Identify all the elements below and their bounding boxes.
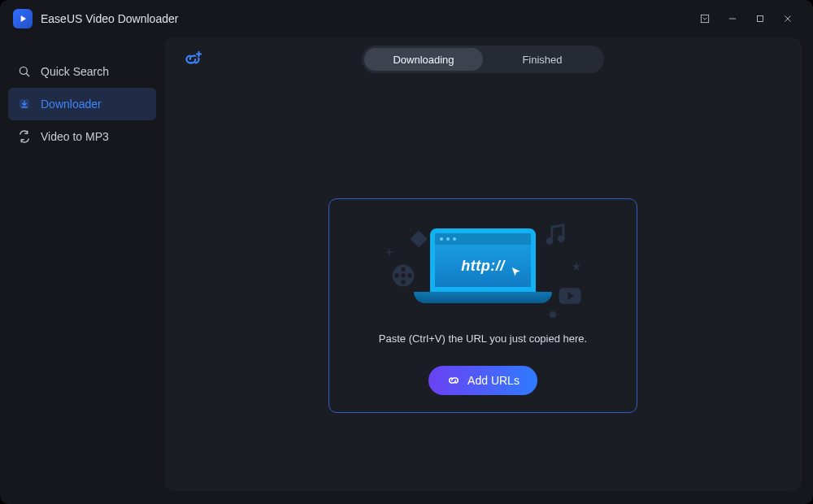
svg-rect-0 <box>701 15 708 22</box>
maximize-icon <box>754 13 766 24</box>
svg-line-6 <box>26 73 29 76</box>
dot-icon <box>550 306 556 313</box>
close-icon <box>782 13 793 24</box>
empty-illustration: http:// <box>361 217 605 315</box>
empty-state-panel: http:// Paste (Ctrl+V) the URL you just … <box>328 198 637 413</box>
tabs: Downloading Finished <box>362 46 604 73</box>
dropdown-button[interactable] <box>691 7 719 31</box>
minimize-button[interactable] <box>719 7 746 31</box>
close-button[interactable] <box>774 7 802 31</box>
content-topbar: Downloading Finished <box>164 37 802 81</box>
video-badge-icon <box>558 287 582 305</box>
screen-http-text: http:// <box>461 258 504 275</box>
sidebar-item-quick-search[interactable]: Quick Search <box>8 55 156 88</box>
laptop-graphic: http:// <box>418 228 548 303</box>
sparkle-icon <box>385 245 393 253</box>
sidebar-item-label: Downloader <box>41 98 102 111</box>
titlebar: EaseUS Video Downloader <box>0 0 813 37</box>
star-icon <box>571 261 582 272</box>
film-reel-icon <box>390 263 416 289</box>
svg-point-22 <box>550 311 556 318</box>
add-urls-button[interactable]: Add URLs <box>428 366 537 395</box>
play-icon <box>17 13 28 24</box>
tab-label: Downloading <box>393 54 454 66</box>
svg-point-19 <box>407 273 411 277</box>
sidebar-item-label: Video to MP3 <box>41 130 109 143</box>
chevron-down-box-icon <box>699 13 711 24</box>
svg-point-14 <box>558 235 565 242</box>
svg-point-16 <box>401 267 405 271</box>
svg-point-17 <box>401 280 405 284</box>
sidebar-item-downloader[interactable]: Downloader <box>8 88 156 120</box>
svg-point-18 <box>394 273 398 277</box>
empty-hint-text: Paste (Ctrl+V) the URL you just copied h… <box>379 332 587 345</box>
content-panel: Downloading Finished <box>164 37 802 491</box>
add-urls-label: Add URLs <box>467 374 520 387</box>
cursor-icon <box>510 266 523 282</box>
svg-point-20 <box>401 273 405 277</box>
svg-point-5 <box>20 67 27 74</box>
sidebar-item-label: Quick Search <box>41 65 109 78</box>
tab-finished[interactable]: Finished <box>483 48 602 71</box>
tab-label: Finished <box>522 54 562 66</box>
link-plus-icon <box>182 49 203 70</box>
sidebar-item-video-to-mp3[interactable]: Video to MP3 <box>8 120 156 153</box>
link-icon <box>446 373 461 388</box>
add-link-icon-button[interactable] <box>182 49 203 70</box>
convert-icon <box>16 128 33 145</box>
minimize-icon <box>727 13 738 24</box>
maximize-button[interactable] <box>746 7 774 31</box>
svg-rect-2 <box>758 16 763 22</box>
download-icon <box>16 96 33 112</box>
app-logo <box>13 9 33 28</box>
tab-downloading[interactable]: Downloading <box>364 48 483 71</box>
app-title: EaseUS Video Downloader <box>41 12 178 25</box>
search-icon <box>16 63 33 80</box>
sidebar: Quick Search Downloader Video to MP3 <box>0 37 164 504</box>
